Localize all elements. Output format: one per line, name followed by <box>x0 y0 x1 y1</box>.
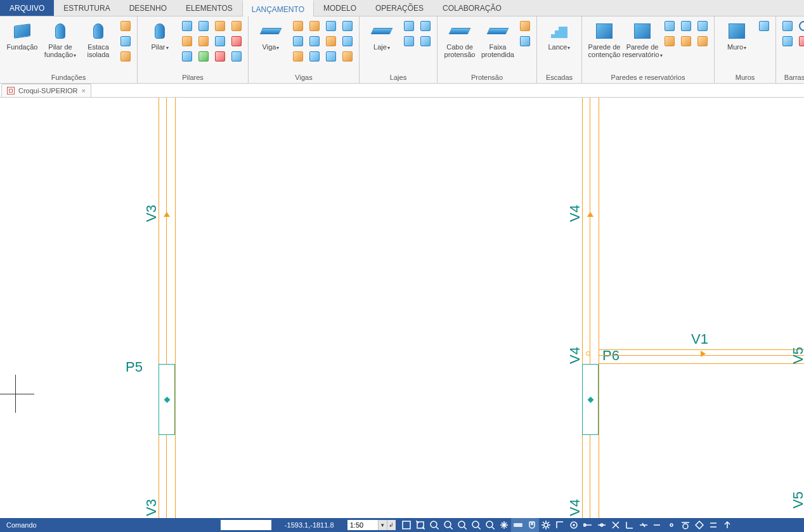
snap-node-icon[interactable] <box>665 518 678 532</box>
snap-magnet-icon[interactable] <box>525 518 539 532</box>
parede-cont-button[interactable]: Parede decontenção <box>587 19 622 58</box>
drawing-canvas[interactable]: P5 V3 V3 V4 V4 V4 P6 V1 V5 V5 <box>0 98 804 518</box>
snap-end-icon[interactable] <box>581 518 595 532</box>
tab-lancamento[interactable]: LANÇAMENTO <box>242 0 314 16</box>
parede-resv-button[interactable]: Parede dereservatório <box>625 19 660 59</box>
snap-near-icon[interactable] <box>637 518 651 532</box>
ribbon-tool-6-1-0-icon[interactable] <box>679 19 693 33</box>
ribbon-tool-1-1-2-icon[interactable] <box>197 49 211 63</box>
zoom-prev-icon[interactable] <box>441 518 455 532</box>
ribbon-tool-1-3-2-icon[interactable] <box>230 49 243 63</box>
ribbon-tool-3-0-0-icon[interactable] <box>402 19 416 33</box>
ribbon-tool-2-1-1-icon[interactable] <box>308 34 321 48</box>
target-icon[interactable] <box>567 518 581 532</box>
snap-perp-icon[interactable] <box>623 518 637 532</box>
settings-gear-icon[interactable] <box>539 518 553 532</box>
ribbon-tool-1-0-1-icon[interactable] <box>180 34 194 48</box>
ribbon-tool-1-3-0-icon[interactable] <box>230 19 243 33</box>
cabo-button[interactable]: Cabo deprotensão <box>442 19 477 58</box>
ribbon-tool-2-3-1-icon[interactable] <box>340 34 354 48</box>
ribbon-tool-0-0-2-icon[interactable] <box>119 49 133 63</box>
ribbon-tool-6-0-1-icon[interactable] <box>663 34 677 48</box>
muro-icon <box>726 20 748 42</box>
ribbon-tool-2-0-2-icon[interactable] <box>291 49 305 63</box>
muro-button[interactable]: Muro <box>719 19 755 51</box>
estaca-button[interactable]: Estacaisolada <box>81 19 116 58</box>
zoom-extents-icon[interactable] <box>399 518 413 532</box>
ribbon-tool-2-1-2-icon[interactable] <box>308 49 321 63</box>
ribbon-tool-1-2-0-icon[interactable] <box>213 19 227 33</box>
close-icon[interactable]: × <box>82 87 86 94</box>
ribbon-tool-1-1-1-icon[interactable] <box>197 34 211 48</box>
ribbon-tool-0-0-1-icon[interactable] <box>119 34 133 48</box>
scale-selector[interactable]: ▾ ↲ <box>347 520 396 530</box>
zoom-realtime-icon[interactable] <box>455 518 469 532</box>
ribbon-tool-2-2-2-icon[interactable] <box>324 49 338 63</box>
tab-desenho[interactable]: DESENHO <box>120 0 176 16</box>
faixa-button[interactable]: Faixaprotendida <box>480 19 515 58</box>
ribbon-tool-2-2-0-icon[interactable] <box>324 19 338 33</box>
ribbon-tool-1-0-0-icon[interactable] <box>180 19 194 33</box>
document-tab[interactable]: Croqui-SUPERIOR × <box>1 84 91 97</box>
ribbon-tool-8-1-1-icon[interactable] <box>797 34 804 48</box>
scale-apply-icon[interactable]: ↲ <box>387 520 396 530</box>
pilar-button[interactable]: Pilar <box>142 19 178 51</box>
ribbon-tool-8-0-0-icon[interactable] <box>781 19 794 33</box>
ribbon-tool-6-2-1-icon[interactable] <box>696 34 710 48</box>
scale-dropdown-icon[interactable]: ▾ <box>378 520 387 530</box>
zoom-center-icon[interactable] <box>483 518 497 532</box>
scale-input[interactable] <box>347 520 378 530</box>
tab-arquivo[interactable]: ARQUIVO <box>0 0 54 16</box>
ribbon-tool-1-2-1-icon[interactable] <box>213 34 227 48</box>
snap-tan-icon[interactable] <box>678 518 692 532</box>
ribbon-tool-3-1-0-icon[interactable] <box>418 19 432 33</box>
snap-mid-icon[interactable] <box>595 518 609 532</box>
ribbon-tool-2-3-2-icon[interactable] <box>340 49 354 63</box>
ribbon-tool-6-2-0-icon[interactable] <box>696 19 710 33</box>
viga-button[interactable]: Viga <box>253 19 289 51</box>
pillar-p6[interactable] <box>582 364 599 435</box>
ribbon-tool-8-0-1-icon[interactable] <box>781 34 794 48</box>
snap-par-icon[interactable] <box>706 518 720 532</box>
fundacao-button[interactable]: Fundação <box>4 19 40 51</box>
tab-colaboracao[interactable]: COLABORAÇÃO <box>433 0 511 16</box>
tab-estrutura[interactable]: ESTRUTURA <box>54 0 119 16</box>
laje-button[interactable]: Laje <box>364 19 399 51</box>
ribbon-tool-7-0-0-icon[interactable] <box>757 19 771 33</box>
ribbon-tool-2-1-0-icon[interactable] <box>308 19 321 33</box>
ribbon-tool-8-1-0-icon[interactable] <box>797 19 804 33</box>
zoom-window-icon[interactable] <box>413 518 427 532</box>
ribbon-tool-1-3-1-icon[interactable] <box>230 34 243 48</box>
tab-modelo[interactable]: MODELO <box>314 0 366 16</box>
lance-button[interactable]: Lance <box>541 19 577 51</box>
zoom-obj-icon[interactable] <box>469 518 483 532</box>
snap-ins-icon[interactable] <box>720 518 734 532</box>
snap-int-icon[interactable] <box>609 518 623 532</box>
command-input[interactable] <box>221 520 271 530</box>
tab-elementos[interactable]: ELEMENTOS <box>176 0 242 16</box>
ribbon-tool-0-0-0-icon[interactable] <box>119 19 133 33</box>
pillar-p5[interactable] <box>159 364 175 435</box>
ribbon-tool-3-0-1-icon[interactable] <box>402 34 416 48</box>
command-prompt-label: Comando <box>0 521 43 529</box>
ribbon-tool-4-0-0-icon[interactable] <box>518 19 532 33</box>
tab-operacoes[interactable]: OPERAÇÕES <box>366 0 433 16</box>
ribbon-tool-1-0-2-icon[interactable] <box>180 49 194 63</box>
ribbon-tool-4-0-1-icon[interactable] <box>518 34 532 48</box>
snap-ext-icon[interactable] <box>651 518 665 532</box>
ortho-icon[interactable] <box>553 518 567 532</box>
ribbon-tool-2-0-1-icon[interactable] <box>291 34 305 48</box>
ribbon-tool-6-1-1-icon[interactable] <box>679 34 693 48</box>
pan-icon[interactable] <box>497 518 511 532</box>
ribbon-tool-2-2-1-icon[interactable] <box>324 34 338 48</box>
snap-quad-icon[interactable] <box>692 518 706 532</box>
ribbon-tool-2-0-0-icon[interactable] <box>291 19 305 33</box>
ribbon-tool-6-0-0-icon[interactable] <box>663 19 677 33</box>
ribbon-tool-1-2-2-icon[interactable] <box>213 49 227 63</box>
ribbon-tool-2-3-0-icon[interactable] <box>340 19 354 33</box>
ribbon-tool-1-1-0-icon[interactable] <box>197 19 211 33</box>
pilar-fundacao-button[interactable]: Pilar defundação <box>42 19 78 59</box>
ribbon-tool-3-1-1-icon[interactable] <box>418 34 432 48</box>
ruler-icon[interactable] <box>511 518 525 532</box>
zoom-in-icon[interactable] <box>427 518 441 532</box>
